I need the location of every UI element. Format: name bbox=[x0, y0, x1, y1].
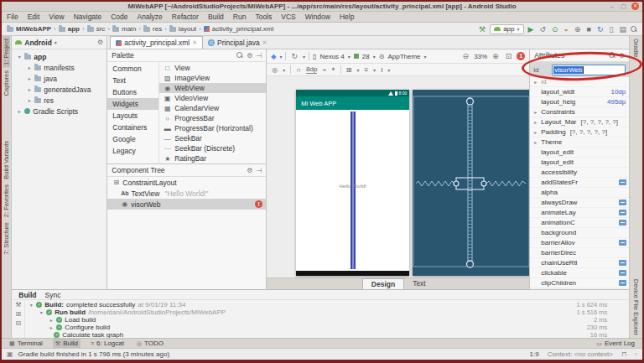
palette-item-seekbar[interactable]: ―SeekBar bbox=[159, 133, 266, 143]
gear-icon[interactable]: ⚙ bbox=[619, 52, 625, 60]
tab-activity-principal-xml[interactable]: activity_principal.xml ✕ bbox=[110, 36, 203, 49]
expand-arrow-icon[interactable]: ▸ bbox=[49, 317, 54, 323]
search-icon[interactable] bbox=[631, 26, 637, 33]
build-row-calculate-task-graph[interactable]: ✓ Calculate task graph 16 ms bbox=[25, 331, 629, 338]
component-visorweb[interactable]: ◉ visorWeb ! bbox=[107, 199, 266, 210]
palette-category-google[interactable]: Google bbox=[107, 133, 158, 145]
toolwin-todo[interactable]: ◎TODO bbox=[134, 339, 166, 348]
guidelines-icon[interactable]: ⊞ bbox=[346, 66, 352, 74]
tree-item-manifests[interactable]: ▸ manifests bbox=[12, 62, 106, 73]
menu-tools[interactable]: Tools bbox=[255, 13, 272, 21]
attr-row-layout-editor2[interactable]: layout_edit bbox=[530, 158, 629, 168]
boolean-flag-icon[interactable] bbox=[619, 280, 626, 286]
attr-row-clipchildren[interactable]: clipChildren bbox=[530, 278, 629, 288]
palette-item-progressbar-horizontal[interactable]: ▬ProgressBar (Horizontal) bbox=[159, 123, 266, 133]
attr-row-clickable[interactable]: clickable bbox=[530, 268, 629, 278]
zoom-out-icon[interactable]: ⊖ bbox=[461, 52, 471, 60]
tool-stripe-captures[interactable]: Captures bbox=[3, 68, 10, 98]
attr-row-padding[interactable]: ▸Padding[?, ?, ?, ?, ?] bbox=[530, 127, 629, 137]
boolean-flag-icon[interactable] bbox=[619, 210, 626, 215]
palette-category-legacy[interactable]: Legacy bbox=[107, 145, 158, 157]
device-select[interactable]: Nexus 4 bbox=[319, 53, 344, 60]
close-icon[interactable]: ✕ bbox=[262, 39, 267, 46]
close-icon[interactable]: ✕ bbox=[192, 39, 197, 46]
error-count-badge[interactable]: 1 bbox=[517, 52, 525, 60]
restart-build-icon[interactable]: ⚒ bbox=[15, 301, 21, 309]
theme-select[interactable]: AppTheme bbox=[387, 53, 420, 60]
attr-row-id[interactable]: ▸id bbox=[530, 77, 629, 87]
caret-position[interactable]: 1:9 bbox=[530, 350, 539, 358]
design-preview[interactable]: 8:00 Mi Web APP Hello World! bbox=[296, 90, 409, 276]
menu-file[interactable]: File bbox=[7, 13, 18, 21]
breadcrumb-layout[interactable]: layout bbox=[179, 25, 196, 33]
lock-icon[interactable]: ⊓ bbox=[621, 350, 626, 358]
attr-row-addstates[interactable]: addStatesFr bbox=[530, 178, 629, 188]
attr-row-layout-height[interactable]: layout_heig495dp bbox=[530, 97, 629, 107]
menu-view[interactable]: View bbox=[49, 13, 64, 21]
clear-constraints-icon[interactable]: ⌁ bbox=[322, 66, 326, 74]
breadcrumb-src[interactable]: src bbox=[96, 25, 106, 33]
orientation-icon[interactable]: ↻ bbox=[289, 52, 299, 60]
search-icon[interactable] bbox=[236, 52, 243, 59]
tree-item-gradle-scripts[interactable]: ▸ Gradle Scripts bbox=[12, 106, 106, 117]
menu-navigate[interactable]: Navigate bbox=[74, 13, 102, 21]
boolean-flag-icon[interactable] bbox=[619, 260, 626, 266]
expand-arrow-icon[interactable]: ▸ bbox=[17, 108, 22, 114]
project-view-select[interactable]: Android bbox=[24, 39, 52, 47]
expand-arrow-icon[interactable]: ▾ bbox=[29, 302, 34, 308]
collapse-all-icon[interactable]: ⊟ bbox=[15, 319, 21, 327]
component-constraintlayout[interactable]: ⊞ ConstraintLayout bbox=[107, 177, 266, 188]
menu-build[interactable]: Build bbox=[208, 13, 224, 21]
design-canvas[interactable]: 8:00 Mi Web APP Hello World! bbox=[267, 76, 529, 277]
tool-stripe-favorites[interactable]: 2: Favorites bbox=[3, 182, 10, 220]
blueprint-preview[interactable] bbox=[413, 90, 529, 276]
attr-row-barrierdirection[interactable]: barrierDirec bbox=[530, 248, 629, 258]
toolwin-logcat[interactable]: ≡6: Logcat bbox=[88, 339, 127, 348]
breadcrumb-main[interactable]: main bbox=[122, 25, 136, 33]
autoconnect-eye-icon[interactable]: ◎ bbox=[272, 66, 278, 74]
zoom-in-icon[interactable]: ⊕ bbox=[491, 52, 501, 60]
id-input[interactable]: visorWeb bbox=[552, 65, 626, 75]
attr-row-layout-margin[interactable]: ▸Layout_Mar[?, ?, ?, ?, ?] bbox=[530, 117, 629, 127]
breadcrumb-res[interactable]: res bbox=[153, 25, 162, 33]
palette-item-webview[interactable]: ◉WebView bbox=[159, 83, 266, 93]
search-icon[interactable] bbox=[609, 52, 615, 59]
breadcrumb-project[interactable]: MiWebAPP bbox=[16, 25, 51, 33]
menu-window[interactable]: Window bbox=[305, 13, 330, 21]
palette-item-videoview[interactable]: ▣VideoView bbox=[159, 93, 266, 103]
menu-run[interactable]: Run bbox=[233, 13, 247, 21]
palette-item-calendarview[interactable]: ▦CalendarView bbox=[159, 103, 266, 113]
tree-item-generated-java[interactable]: ▸ generatedJava bbox=[12, 84, 106, 95]
tree-item-java[interactable]: ▸ java bbox=[12, 73, 106, 84]
default-margin-select[interactable]: 8dp bbox=[306, 65, 317, 74]
debug-icon[interactable]: ⊙ bbox=[550, 25, 560, 34]
component-textview[interactable]: Ab TextView "Hello World!" bbox=[107, 188, 266, 199]
zoom-fit-icon[interactable]: ⊡ bbox=[504, 52, 514, 60]
breadcrumb-file[interactable]: activity_principal.xml bbox=[212, 25, 273, 33]
menu-edit[interactable]: Edit bbox=[28, 13, 40, 21]
build-row-load-build[interactable]: ▸✓ Load build 2 ms bbox=[25, 316, 629, 324]
boolean-flag-icon[interactable] bbox=[619, 270, 626, 276]
palette-category-widgets[interactable]: Widgets bbox=[107, 98, 158, 110]
palette-item-progressbar[interactable]: ○ProgressBar bbox=[159, 113, 266, 123]
attr-row-constraints[interactable]: ▸Constraints bbox=[530, 107, 629, 117]
attr-row-theme[interactable]: ▸Theme bbox=[530, 137, 629, 148]
boolean-flag-icon[interactable] bbox=[619, 240, 626, 246]
palette-category-text[interactable]: Text bbox=[107, 75, 158, 86]
apply-changes-icon[interactable]: ↺ bbox=[538, 25, 548, 34]
attr-row-chainusertl[interactable]: chainUseRtl bbox=[530, 258, 629, 268]
menu-vcs[interactable]: VCS bbox=[281, 13, 295, 21]
toolwin-event-log[interactable]: ▭Event Log bbox=[594, 339, 637, 348]
magnet-icon[interactable]: ∩ bbox=[296, 66, 301, 74]
maximize-icon[interactable]: ▢ bbox=[620, 3, 627, 10]
minimize-icon[interactable]: – bbox=[608, 3, 615, 10]
tab-sync[interactable]: Sync bbox=[45, 291, 61, 299]
menu-analyze[interactable]: Analyze bbox=[138, 13, 163, 21]
tree-item-app[interactable]: ▾ app bbox=[12, 51, 106, 62]
run-configuration-select[interactable]: app ▾ bbox=[490, 24, 523, 34]
boolean-flag-icon[interactable] bbox=[619, 220, 626, 226]
sdk-manager-icon[interactable]: ▤ bbox=[617, 25, 628, 34]
tool-windows-icon[interactable]: ▣ bbox=[7, 350, 13, 358]
stop-icon[interactable]: ■ bbox=[585, 25, 593, 34]
toolwin-terminal[interactable]: ▦Terminal bbox=[7, 339, 45, 348]
